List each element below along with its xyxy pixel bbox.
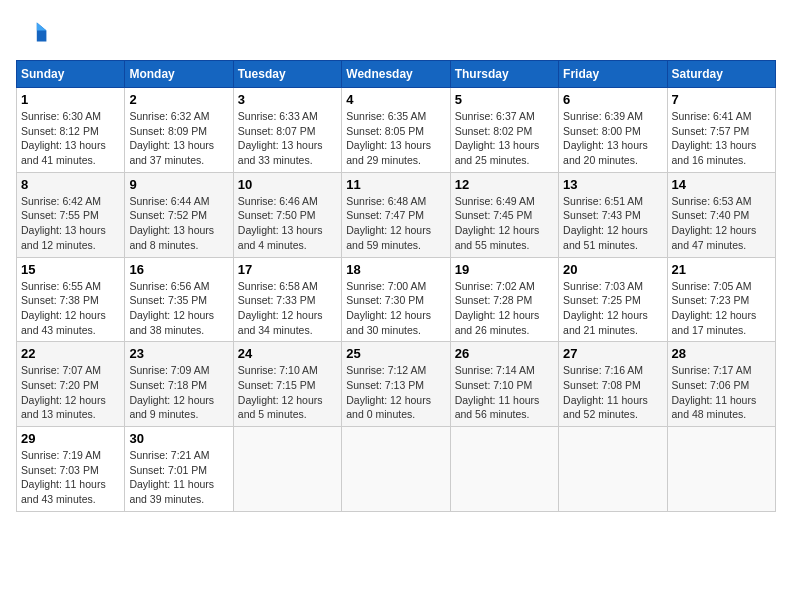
- col-header-sunday: Sunday: [17, 61, 125, 88]
- calendar-cell: [233, 427, 341, 512]
- day-number: 28: [672, 346, 771, 361]
- cell-content: Sunrise: 7:00 AMSunset: 7:30 PMDaylight:…: [346, 279, 445, 338]
- calendar-cell: [667, 427, 775, 512]
- calendar-week-2: 8Sunrise: 6:42 AMSunset: 7:55 PMDaylight…: [17, 172, 776, 257]
- day-number: 29: [21, 431, 120, 446]
- calendar-cell: 17Sunrise: 6:58 AMSunset: 7:33 PMDayligh…: [233, 257, 341, 342]
- day-number: 30: [129, 431, 228, 446]
- day-number: 12: [455, 177, 554, 192]
- cell-content: Sunrise: 7:17 AMSunset: 7:06 PMDaylight:…: [672, 363, 771, 422]
- calendar-cell: 4Sunrise: 6:35 AMSunset: 8:05 PMDaylight…: [342, 88, 450, 173]
- page-header: [16, 16, 776, 48]
- day-number: 21: [672, 262, 771, 277]
- cell-content: Sunrise: 7:09 AMSunset: 7:18 PMDaylight:…: [129, 363, 228, 422]
- day-number: 15: [21, 262, 120, 277]
- cell-content: Sunrise: 7:03 AMSunset: 7:25 PMDaylight:…: [563, 279, 662, 338]
- cell-content: Sunrise: 7:10 AMSunset: 7:15 PMDaylight:…: [238, 363, 337, 422]
- calendar-cell: 25Sunrise: 7:12 AMSunset: 7:13 PMDayligh…: [342, 342, 450, 427]
- day-number: 5: [455, 92, 554, 107]
- calendar-cell: 21Sunrise: 7:05 AMSunset: 7:23 PMDayligh…: [667, 257, 775, 342]
- logo: [16, 16, 52, 48]
- cell-content: Sunrise: 6:48 AMSunset: 7:47 PMDaylight:…: [346, 194, 445, 253]
- cell-content: Sunrise: 6:56 AMSunset: 7:35 PMDaylight:…: [129, 279, 228, 338]
- calendar-cell: [450, 427, 558, 512]
- day-number: 4: [346, 92, 445, 107]
- calendar-cell: 18Sunrise: 7:00 AMSunset: 7:30 PMDayligh…: [342, 257, 450, 342]
- calendar-cell: 11Sunrise: 6:48 AMSunset: 7:47 PMDayligh…: [342, 172, 450, 257]
- cell-content: Sunrise: 6:46 AMSunset: 7:50 PMDaylight:…: [238, 194, 337, 253]
- cell-content: Sunrise: 6:39 AMSunset: 8:00 PMDaylight:…: [563, 109, 662, 168]
- cell-content: Sunrise: 6:44 AMSunset: 7:52 PMDaylight:…: [129, 194, 228, 253]
- day-number: 18: [346, 262, 445, 277]
- day-number: 1: [21, 92, 120, 107]
- calendar-cell: 10Sunrise: 6:46 AMSunset: 7:50 PMDayligh…: [233, 172, 341, 257]
- day-number: 19: [455, 262, 554, 277]
- calendar-week-4: 22Sunrise: 7:07 AMSunset: 7:20 PMDayligh…: [17, 342, 776, 427]
- cell-content: Sunrise: 7:05 AMSunset: 7:23 PMDaylight:…: [672, 279, 771, 338]
- calendar-cell: 28Sunrise: 7:17 AMSunset: 7:06 PMDayligh…: [667, 342, 775, 427]
- calendar-cell: 26Sunrise: 7:14 AMSunset: 7:10 PMDayligh…: [450, 342, 558, 427]
- col-header-thursday: Thursday: [450, 61, 558, 88]
- calendar-cell: 14Sunrise: 6:53 AMSunset: 7:40 PMDayligh…: [667, 172, 775, 257]
- cell-content: Sunrise: 6:58 AMSunset: 7:33 PMDaylight:…: [238, 279, 337, 338]
- calendar-week-1: 1Sunrise: 6:30 AMSunset: 8:12 PMDaylight…: [17, 88, 776, 173]
- day-number: 16: [129, 262, 228, 277]
- col-header-tuesday: Tuesday: [233, 61, 341, 88]
- day-number: 9: [129, 177, 228, 192]
- cell-content: Sunrise: 7:16 AMSunset: 7:08 PMDaylight:…: [563, 363, 662, 422]
- cell-content: Sunrise: 6:49 AMSunset: 7:45 PMDaylight:…: [455, 194, 554, 253]
- calendar-cell: 30Sunrise: 7:21 AMSunset: 7:01 PMDayligh…: [125, 427, 233, 512]
- col-header-wednesday: Wednesday: [342, 61, 450, 88]
- calendar-cell: 5Sunrise: 6:37 AMSunset: 8:02 PMDaylight…: [450, 88, 558, 173]
- calendar-cell: 22Sunrise: 7:07 AMSunset: 7:20 PMDayligh…: [17, 342, 125, 427]
- day-number: 13: [563, 177, 662, 192]
- calendar-cell: 23Sunrise: 7:09 AMSunset: 7:18 PMDayligh…: [125, 342, 233, 427]
- cell-content: Sunrise: 7:19 AMSunset: 7:03 PMDaylight:…: [21, 448, 120, 507]
- day-number: 2: [129, 92, 228, 107]
- calendar-cell: 7Sunrise: 6:41 AMSunset: 7:57 PMDaylight…: [667, 88, 775, 173]
- calendar-header-row: SundayMondayTuesdayWednesdayThursdayFrid…: [17, 61, 776, 88]
- day-number: 22: [21, 346, 120, 361]
- day-number: 3: [238, 92, 337, 107]
- cell-content: Sunrise: 6:37 AMSunset: 8:02 PMDaylight:…: [455, 109, 554, 168]
- day-number: 27: [563, 346, 662, 361]
- day-number: 8: [21, 177, 120, 192]
- calendar-cell: 13Sunrise: 6:51 AMSunset: 7:43 PMDayligh…: [559, 172, 667, 257]
- day-number: 10: [238, 177, 337, 192]
- calendar-cell: [342, 427, 450, 512]
- calendar-cell: [559, 427, 667, 512]
- calendar-cell: 12Sunrise: 6:49 AMSunset: 7:45 PMDayligh…: [450, 172, 558, 257]
- calendar-cell: 1Sunrise: 6:30 AMSunset: 8:12 PMDaylight…: [17, 88, 125, 173]
- calendar-table: SundayMondayTuesdayWednesdayThursdayFrid…: [16, 60, 776, 512]
- day-number: 20: [563, 262, 662, 277]
- calendar-cell: 9Sunrise: 6:44 AMSunset: 7:52 PMDaylight…: [125, 172, 233, 257]
- day-number: 6: [563, 92, 662, 107]
- calendar-cell: 19Sunrise: 7:02 AMSunset: 7:28 PMDayligh…: [450, 257, 558, 342]
- cell-content: Sunrise: 7:21 AMSunset: 7:01 PMDaylight:…: [129, 448, 228, 507]
- cell-content: Sunrise: 7:12 AMSunset: 7:13 PMDaylight:…: [346, 363, 445, 422]
- day-number: 26: [455, 346, 554, 361]
- calendar-cell: 3Sunrise: 6:33 AMSunset: 8:07 PMDaylight…: [233, 88, 341, 173]
- day-number: 23: [129, 346, 228, 361]
- day-number: 11: [346, 177, 445, 192]
- day-number: 25: [346, 346, 445, 361]
- cell-content: Sunrise: 6:53 AMSunset: 7:40 PMDaylight:…: [672, 194, 771, 253]
- cell-content: Sunrise: 7:02 AMSunset: 7:28 PMDaylight:…: [455, 279, 554, 338]
- calendar-cell: 29Sunrise: 7:19 AMSunset: 7:03 PMDayligh…: [17, 427, 125, 512]
- cell-content: Sunrise: 6:55 AMSunset: 7:38 PMDaylight:…: [21, 279, 120, 338]
- calendar-cell: 6Sunrise: 6:39 AMSunset: 8:00 PMDaylight…: [559, 88, 667, 173]
- col-header-friday: Friday: [559, 61, 667, 88]
- cell-content: Sunrise: 6:30 AMSunset: 8:12 PMDaylight:…: [21, 109, 120, 168]
- col-header-monday: Monday: [125, 61, 233, 88]
- calendar-week-3: 15Sunrise: 6:55 AMSunset: 7:38 PMDayligh…: [17, 257, 776, 342]
- cell-content: Sunrise: 7:07 AMSunset: 7:20 PMDaylight:…: [21, 363, 120, 422]
- cell-content: Sunrise: 6:35 AMSunset: 8:05 PMDaylight:…: [346, 109, 445, 168]
- calendar-cell: 15Sunrise: 6:55 AMSunset: 7:38 PMDayligh…: [17, 257, 125, 342]
- logo-icon: [16, 16, 48, 48]
- day-number: 14: [672, 177, 771, 192]
- cell-content: Sunrise: 7:14 AMSunset: 7:10 PMDaylight:…: [455, 363, 554, 422]
- cell-content: Sunrise: 6:42 AMSunset: 7:55 PMDaylight:…: [21, 194, 120, 253]
- cell-content: Sunrise: 6:41 AMSunset: 7:57 PMDaylight:…: [672, 109, 771, 168]
- cell-content: Sunrise: 6:32 AMSunset: 8:09 PMDaylight:…: [129, 109, 228, 168]
- day-number: 24: [238, 346, 337, 361]
